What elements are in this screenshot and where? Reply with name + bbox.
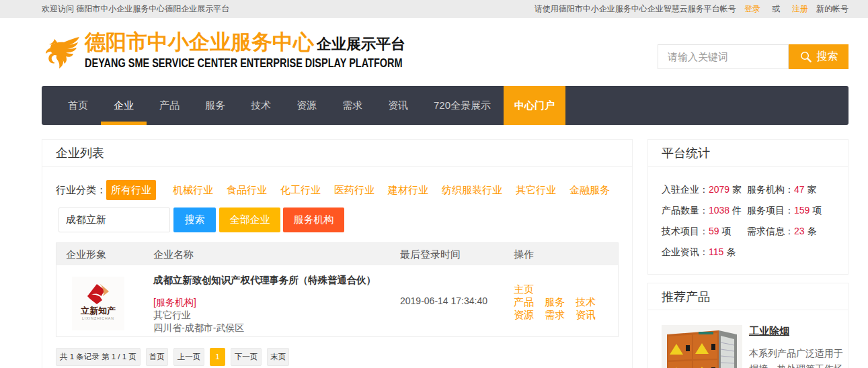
col-header-logo: 企业形象: [56, 243, 153, 265]
col-header-lastlogin: 最后登录时间: [392, 243, 506, 265]
header-search: 搜索: [658, 44, 849, 69]
service-org-tag: [服务机构]: [153, 296, 392, 309]
category-link-2[interactable]: 食品行业: [227, 184, 267, 195]
nav-item-6[interactable]: 资源: [284, 86, 329, 125]
category-label: 行业分类：: [56, 184, 106, 197]
enterprise-list-title: 企业列表: [42, 140, 632, 167]
or-text: 或: [772, 4, 780, 13]
category-link-7[interactable]: 其它行业: [516, 184, 556, 195]
account-hint: 请使用德阳市中小企业服务中心企业智慧云服务平台帐号: [535, 4, 736, 13]
brand-subtitle-cn: 企业展示平台: [317, 36, 405, 52]
company-address: 四川省-成都市-武侯区: [153, 322, 392, 334]
register-link[interactable]: 注册: [792, 4, 808, 13]
table-header: 企业形象 企业名称 最后登录时间 操作: [56, 243, 618, 265]
next-page-button[interactable]: 下一页: [231, 348, 262, 366]
stat-item: 需求信息：23 条: [747, 224, 834, 238]
last-page-button[interactable]: 末页: [267, 348, 289, 366]
header-search-input[interactable]: [658, 44, 789, 69]
company-logo-text: 立新知产: [80, 306, 116, 316]
service-org-button[interactable]: 服务机构: [283, 208, 344, 232]
new-account-text: 新的帐号: [816, 4, 849, 13]
recommended-products-title: 推荐产品: [648, 283, 848, 310]
brand-title-en: DEYANG SME SERVICE CENTER ENTERPRISE DIS…: [85, 56, 403, 71]
nav-item-7[interactable]: 需求: [329, 86, 375, 125]
col-header-name: 企业名称: [153, 243, 392, 265]
company-logo-subtext: LIXINZHICHAN: [82, 316, 114, 320]
stat-item: 服务机构：47 家: [747, 183, 834, 197]
op-link-产品[interactable]: 产品: [514, 295, 534, 308]
record-count: 共 1 条记录 第 1 / 1 页: [56, 348, 141, 366]
sidebar: 平台统计 入驻企业：2079 家服务机构：47 家产品数量：1038 件服务项目…: [647, 139, 849, 368]
table-row: 立新知产 LIXINZHICHAN 成都立新致创知识产权代理事务所（特殊普通合伙…: [56, 265, 618, 336]
stat-item: 产品数量：1038 件: [662, 203, 747, 218]
search-button[interactable]: 搜索: [173, 208, 216, 232]
nav-item-2[interactable]: 企业: [101, 86, 147, 125]
product-description: 本系列产品广泛适用于焊接、热处理等工作场: [749, 346, 844, 368]
col-header-ops: 操作: [506, 243, 617, 265]
welcome-text: 欢迎访问 德阳市中小企业服务中心德阳企业展示平台: [42, 3, 229, 15]
main-nav: 首页企业产品服务技术资源需求资讯720全景展示中心门户: [42, 86, 849, 125]
op-link-技术[interactable]: 技术: [576, 295, 596, 308]
nav-item-1[interactable]: 首页: [55, 86, 101, 125]
enterprise-list-panel: 企业列表 行业分类： 所有行业 机械行业食品行业化工行业医药行业建材行业纺织服装…: [42, 139, 633, 368]
op-link-需求[interactable]: 需求: [545, 308, 565, 321]
category-link-1[interactable]: 机械行业: [173, 184, 213, 195]
category-link-6[interactable]: 纺织服装行业: [442, 184, 502, 195]
brand: 德阳市中小企业服务中心企业展示平台 DEYANG SME SERVICE CEN…: [44, 27, 501, 71]
category-link-4[interactable]: 医药行业: [334, 184, 374, 195]
stat-item: 技术项目：59 项: [662, 224, 747, 238]
nav-item-10[interactable]: 中心门户: [504, 86, 565, 125]
row-operations: 主页 产品服务技术 资源需求资讯: [506, 265, 617, 336]
company-industry: 其它行业: [153, 309, 392, 322]
stat-item: 入驻企业：2079 家: [662, 183, 747, 197]
topbar: 欢迎访问 德阳市中小企业服务中心德阳企业展示平台 请使用德阳市中小企业服务中心企…: [0, 0, 868, 18]
product-name[interactable]: 工业除烟: [749, 325, 789, 336]
header-search-button[interactable]: 搜索: [789, 44, 849, 69]
last-login-time: 2019-06-14 17:34:40: [392, 265, 506, 336]
company-name[interactable]: 成都立新致创知识产权代理事务所（特殊普通合伙）: [153, 274, 392, 286]
product-image[interactable]: [662, 325, 742, 368]
keyword-input[interactable]: [58, 208, 170, 232]
platform-stats-panel: 平台统计 入驻企业：2079 家服务机构：47 家产品数量：1038 件服务项目…: [647, 139, 849, 275]
stat-item: 企业资讯：115 条: [662, 245, 747, 259]
nav-item-4[interactable]: 服务: [192, 86, 238, 125]
op-link-主页[interactable]: 主页: [514, 283, 534, 295]
first-page-button[interactable]: 首页: [146, 348, 168, 366]
nav-item-8[interactable]: 资讯: [375, 86, 421, 125]
recommended-products-panel: 推荐产品: [647, 283, 849, 368]
magnifier-icon: [799, 50, 812, 63]
category-link-5[interactable]: 建材行业: [388, 184, 428, 195]
prev-page-button[interactable]: 上一页: [173, 348, 205, 366]
nav-item-9[interactable]: 720全景展示: [421, 86, 504, 125]
op-link-资讯[interactable]: 资讯: [576, 308, 596, 321]
category-link-8[interactable]: 金融服务: [569, 184, 610, 195]
category-all-industries[interactable]: 所有行业: [106, 180, 156, 200]
category-link-3[interactable]: 化工行业: [280, 184, 321, 195]
header: 德阳市中小企业服务中心企业展示平台 DEYANG SME SERVICE CEN…: [0, 18, 868, 86]
phoenix-logo-icon: [44, 37, 79, 68]
all-enterprises-button[interactable]: 全部企业: [219, 208, 280, 232]
login-link[interactable]: 登录: [744, 4, 760, 13]
enterprise-table: 企业形象 企业名称 最后登录时间 操作: [56, 242, 619, 337]
stat-item: 服务项目：159 项: [747, 203, 834, 218]
nav-item-5[interactable]: 技术: [238, 86, 284, 125]
op-link-资源[interactable]: 资源: [514, 308, 534, 321]
company-logo[interactable]: 立新知产 LIXINZHICHAN: [72, 277, 124, 330]
current-page[interactable]: 1: [210, 348, 225, 366]
pagination: 共 1 条记录 第 1 / 1 页 首页 上一页 1 下一页 末页: [56, 348, 619, 366]
op-link-服务[interactable]: 服务: [545, 295, 565, 308]
nav-item-3[interactable]: 产品: [147, 86, 192, 125]
platform-stats-title: 平台统计: [648, 140, 848, 167]
brand-title-cn: 德阳市中小企业服务中心: [85, 30, 314, 54]
